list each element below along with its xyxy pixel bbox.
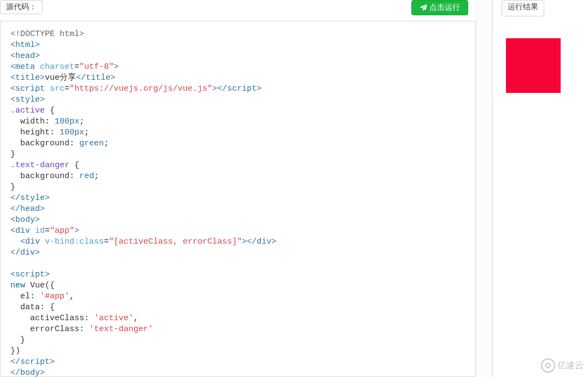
code-tag: <head> bbox=[10, 51, 40, 61]
code-sym: = bbox=[45, 226, 50, 235]
code-tag: <body> bbox=[10, 215, 40, 225]
code-str: 'text-danger' bbox=[89, 325, 153, 334]
right-header: 运行结果 bbox=[493, 0, 588, 16]
code-val: red bbox=[79, 172, 94, 181]
code-val: 100px bbox=[55, 117, 79, 126]
run-button[interactable]: 点击运行 bbox=[411, 0, 468, 15]
code-tag: <style> bbox=[10, 95, 45, 104]
code-prop: background: bbox=[10, 172, 79, 181]
code-tag: > bbox=[242, 237, 247, 246]
code-sym: , bbox=[133, 314, 138, 323]
code-tag: <div bbox=[20, 237, 40, 246]
right-panel: 运行结果 bbox=[492, 0, 588, 377]
code-tag: <script bbox=[10, 84, 45, 93]
code-editor[interactable]: <!DOCTYPE html> <html> <head> <meta char… bbox=[0, 21, 476, 377]
paper-plane-icon bbox=[420, 4, 427, 11]
code-tag: </script> bbox=[217, 84, 261, 93]
code-attr: id bbox=[35, 226, 45, 235]
code-sym: ; bbox=[79, 117, 84, 126]
watermark-text: 亿速云 bbox=[557, 360, 584, 372]
code-indent bbox=[10, 237, 20, 246]
code-str: '#app' bbox=[40, 292, 69, 301]
watermark: 亿速云 bbox=[541, 358, 584, 373]
code-val: 100px bbox=[60, 128, 84, 137]
code-str: 'active' bbox=[94, 314, 133, 323]
vertical-separator bbox=[476, 0, 492, 377]
code-sym: , bbox=[69, 292, 74, 301]
code-ident: data: { bbox=[10, 303, 55, 312]
code-doctype: <!DOCTYPE html> bbox=[10, 30, 84, 39]
code-str: "[activeClass, errorClass]" bbox=[109, 237, 242, 246]
code-tag: </div> bbox=[247, 237, 276, 246]
code-tag: </div> bbox=[10, 248, 40, 257]
rendered-div bbox=[506, 38, 561, 93]
code-sym: } bbox=[10, 182, 15, 192]
code-tag: <title> bbox=[10, 73, 45, 83]
code-tag: > bbox=[74, 226, 79, 235]
code-attr: charset bbox=[40, 62, 74, 72]
code-tag: <script> bbox=[10, 270, 50, 279]
code-sym: = bbox=[104, 237, 109, 246]
code-tag: </body> bbox=[10, 368, 45, 377]
app-container: 源代码： 点击运行 <!DOCTYPE html> <html> <head> … bbox=[0, 0, 588, 377]
code-prop: background: bbox=[10, 139, 79, 148]
code-selector: .text-danger bbox=[10, 161, 69, 170]
code-kw: new bbox=[10, 281, 25, 290]
code-ident: activeClass: bbox=[10, 314, 94, 323]
code-tag: <html> bbox=[10, 40, 40, 50]
code-tag: </style> bbox=[10, 193, 50, 203]
code-text: vue分享 bbox=[45, 73, 76, 83]
code-prop: height: bbox=[10, 128, 60, 137]
code-selector: .active bbox=[10, 106, 45, 115]
code-tag: > bbox=[212, 84, 217, 93]
code-sym: { bbox=[45, 106, 55, 115]
watermark-logo-icon bbox=[541, 358, 555, 373]
code-sym: { bbox=[69, 161, 79, 170]
left-panel: 源代码： 点击运行 <!DOCTYPE html> <html> <head> … bbox=[0, 0, 476, 377]
code-ident: Vue({ bbox=[25, 281, 55, 290]
code-attr: v-bind:class bbox=[45, 237, 104, 246]
result-label: 运行结果 bbox=[502, 0, 544, 16]
code-attr: src bbox=[50, 84, 65, 93]
code-tag: </title> bbox=[76, 73, 115, 83]
code-tag: <div bbox=[10, 226, 30, 235]
code-sym: ; bbox=[104, 139, 109, 148]
code-tag: <meta bbox=[10, 62, 35, 72]
code-tag: > bbox=[114, 62, 119, 72]
code-val: green bbox=[79, 139, 104, 148]
code-ident: errorClass: bbox=[10, 325, 89, 334]
code-str: "app" bbox=[50, 226, 74, 235]
code-ident: el: bbox=[10, 292, 40, 301]
code-str: "utf-8" bbox=[79, 62, 114, 72]
code-tag: </script> bbox=[10, 357, 55, 367]
code-str: "https://vuejs.org/js/vue.js" bbox=[69, 84, 212, 93]
code-sym: = bbox=[65, 84, 69, 93]
result-output bbox=[493, 16, 588, 377]
code-sym: ; bbox=[94, 172, 99, 181]
code-tag: </head> bbox=[10, 204, 45, 214]
code-sym: } bbox=[10, 150, 15, 159]
code-sym: }) bbox=[10, 346, 20, 356]
source-code-label: 源代码： bbox=[0, 0, 43, 14]
code-sym: } bbox=[10, 335, 25, 345]
code-prop: width: bbox=[10, 117, 55, 126]
code-sym: ; bbox=[84, 128, 89, 137]
code-sym: = bbox=[74, 62, 79, 72]
run-button-label: 点击运行 bbox=[429, 3, 460, 13]
left-header: 源代码： 点击运行 bbox=[0, 0, 476, 16]
